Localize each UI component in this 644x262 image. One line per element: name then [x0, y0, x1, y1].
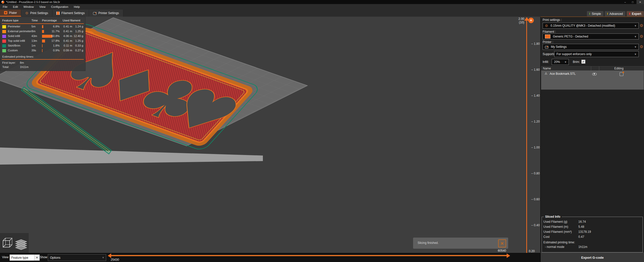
- mode-expert-button[interactable]: Expert: [627, 11, 644, 16]
- legend-divider: [2, 23, 84, 24]
- visibility-eye-icon[interactable]: [592, 73, 597, 76]
- brim-checkbox[interactable]: ✓: [581, 60, 585, 64]
- percentage-bar: [42, 44, 43, 47]
- percentage-bar: [42, 30, 44, 33]
- normal-mode-label: - normal mode: [545, 245, 564, 249]
- hslider-start-value: 25430: [111, 258, 119, 261]
- name-column-header: Name: [543, 67, 551, 70]
- used-filament-g-value: 16.74: [578, 220, 586, 223]
- percentage-bar: [42, 49, 43, 52]
- legend-row-external-perimeter: External perimeter 8m 11.7% 0.41 m 1.25 …: [0, 29, 85, 34]
- add-color-change-button[interactable]: +: [528, 18, 534, 23]
- filament-select[interactable]: Generic PETG - Detached ▼: [543, 33, 639, 40]
- view-select[interactable]: Feature type ▼: [10, 254, 40, 261]
- object-list-header: Name Editing: [541, 66, 644, 71]
- infill-select[interactable]: 20% ▼: [552, 59, 569, 65]
- bottom-toolbar: View Feature type ▼ Show Options ▼: [0, 253, 540, 262]
- mode-simple-button[interactable]: Simple: [587, 11, 603, 16]
- title-bar: *Untitled - PrusaSlicer-2.5.0 based on S…: [0, 0, 644, 4]
- chevron-down-icon: ▼: [100, 256, 106, 259]
- minimize-button[interactable]: –: [621, 0, 629, 4]
- show-select[interactable]: Options ▼: [48, 254, 106, 261]
- print-settings-select[interactable]: ⚙ 0.15mm QUALITY @MK3 - Detached (modifi…: [543, 23, 639, 29]
- total-label: Total:: [2, 65, 9, 68]
- menu-window[interactable]: Window: [21, 4, 36, 10]
- object-row[interactable]: ⚠ Ace Bookmark.STL: [541, 71, 644, 77]
- maximize-button[interactable]: □: [629, 0, 636, 4]
- mode-advanced-button[interactable]: Advanced: [605, 11, 625, 16]
- menu-configuration[interactable]: Configuration: [48, 4, 71, 10]
- object-name: Ace Bookmark.STL: [550, 72, 576, 76]
- color-swatch: [2, 40, 6, 43]
- supports-select[interactable]: For support enforcers only ▼: [554, 51, 639, 57]
- export-gcode-button[interactable]: Export G-code: [541, 252, 644, 262]
- printing-time-label: Estimated printing time:: [543, 241, 575, 244]
- infill-label: Infill:: [543, 60, 549, 64]
- gear-icon: ⚙: [545, 24, 548, 28]
- 3d-view-cube-icon[interactable]: [3, 238, 12, 247]
- 3d-viewport[interactable]: ♠ ♦ ♣ ♥ Feature type Time Percentage Use…: [0, 17, 540, 253]
- edit-printer-gear-icon[interactable]: ⚙: [639, 45, 644, 49]
- chevron-down-icon: ▼: [632, 53, 638, 56]
- supports-label: Supports:: [543, 52, 555, 56]
- printer-icon: [93, 12, 97, 15]
- print-settings-label: Print settings :: [543, 18, 562, 22]
- sidebar: Print settings : ⚙ 0.15mm QUALITY @MK3 -…: [540, 17, 644, 262]
- tab-printer-settings[interactable]: Printer Settings: [89, 10, 123, 17]
- legend-panel: Feature type Time Percentage Used filame…: [0, 17, 86, 71]
- chevron-down-icon: ▼: [34, 255, 39, 260]
- legend-row-perimeter: Perimeter 5m 6.8% 0.41 m 1.24 g: [0, 25, 85, 29]
- editing-column-header: Editing: [614, 67, 624, 70]
- menu-view[interactable]: View: [36, 4, 48, 10]
- legend-row-skirt-brim: Skirt/Brim 1m 1.8% 0.11 m 0.33 g: [0, 44, 85, 49]
- percentage-bar: [42, 40, 45, 43]
- color-swatch: [2, 30, 6, 33]
- filament-label: Filament :: [543, 30, 556, 33]
- edit-object-icon[interactable]: [620, 72, 623, 76]
- legend-header-used-filament: Used filament: [63, 19, 80, 22]
- notification-close-icon[interactable]: ✕: [498, 239, 506, 247]
- app-logo-icon: [1, 1, 5, 4]
- printer-label: Printer :: [543, 40, 553, 44]
- cost-value: 0.47: [578, 235, 584, 239]
- close-button[interactable]: ✕: [636, 0, 644, 4]
- gcode-move-slider-track[interactable]: [111, 255, 507, 256]
- legend-header-percentage: Percentage: [42, 19, 57, 22]
- tab-plater[interactable]: Plater: [0, 10, 21, 17]
- tab-print-settings[interactable]: ⚙ Print Settings: [21, 10, 52, 17]
- notification-toast: Slicing finished. ✕: [413, 238, 508, 249]
- tab-bar: Plater ⚙ Print Settings Filament Setting…: [0, 10, 644, 17]
- menu-file[interactable]: File: [0, 4, 10, 10]
- gear-icon: ⚙: [25, 12, 28, 15]
- legend-header-time: Time: [31, 19, 38, 22]
- legend-row-top-solid-infill: Top solid infill 13m 17.8% 0.41 m 1.25 g: [0, 39, 85, 44]
- edit-filament-gear-icon[interactable]: ⚙: [639, 34, 644, 39]
- chevron-down-icon: ▼: [562, 61, 569, 63]
- filament-color-swatch: [545, 34, 550, 39]
- view-toolbar: [0, 233, 29, 253]
- legend-row-custom: Custom 39s 0.9% 0.09 m 0.27 g: [0, 49, 85, 53]
- object-list: ⚠ Ace Bookmark.STL: [541, 70, 644, 90]
- brim-label: Brim:: [573, 60, 580, 64]
- menu-help[interactable]: Help: [71, 4, 83, 10]
- color-swatch: [2, 49, 6, 52]
- printer-select[interactable]: My Settings ▼: [543, 44, 639, 50]
- normal-mode-time: 1h11m: [578, 245, 587, 249]
- tab-filament-settings[interactable]: Filament Settings: [52, 10, 89, 17]
- layers-view-icon[interactable]: [16, 240, 27, 250]
- gcode-move-slider-end-handle[interactable]: [507, 253, 510, 258]
- simple-dot-icon: [589, 13, 590, 15]
- color-swatch: [2, 35, 6, 38]
- edit-print-settings-gear-icon[interactable]: ⚙: [639, 23, 644, 28]
- total-value: 1h11m: [20, 65, 28, 68]
- layer-slider-track[interactable]: [526, 21, 527, 254]
- used-filament-mm3-value: 13178.19: [578, 230, 591, 234]
- color-swatch: [2, 44, 6, 48]
- menu-edit[interactable]: Edit: [10, 4, 21, 10]
- gcode-move-slider-start-handle[interactable]: [108, 253, 111, 258]
- first-layer-value: 8m: [20, 61, 24, 64]
- view-label: View: [2, 255, 9, 259]
- chevron-down-icon: ▼: [632, 35, 638, 38]
- plater-icon: [4, 11, 7, 14]
- legend-header-feature: Feature type: [2, 19, 19, 22]
